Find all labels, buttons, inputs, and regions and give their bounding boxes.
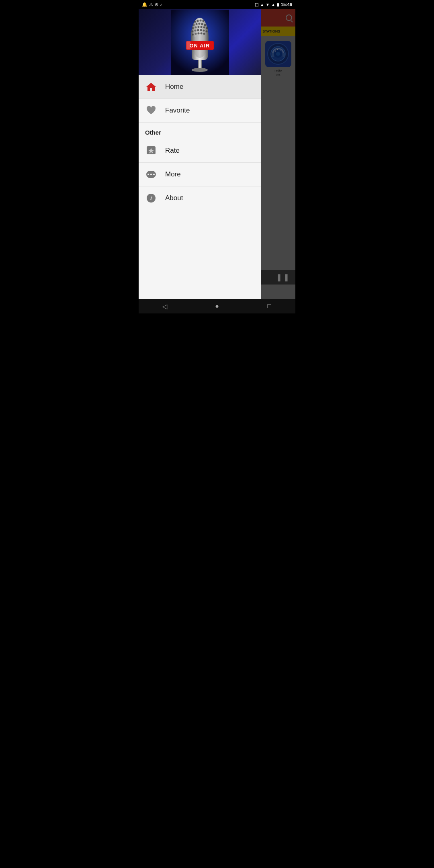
back-button[interactable]: ◁ (157, 299, 173, 313)
svg-point-44 (192, 23, 197, 37)
svg-point-20 (198, 23, 200, 25)
notification-icon: 🔔 (142, 2, 147, 7)
svg-marker-45 (146, 83, 156, 91)
svg-point-16 (199, 19, 201, 21)
status-bar-left: 🔔 ⚠ ⊙ ♪ (142, 2, 162, 7)
heart-icon (145, 104, 157, 117)
svg-point-28 (206, 27, 208, 29)
music-icon: ♪ (160, 2, 162, 7)
more-icon (145, 168, 157, 180)
svg-point-25 (197, 26, 199, 28)
svg-point-39 (203, 33, 205, 35)
svg-point-14 (194, 20, 196, 23)
recent-icon: □ (267, 303, 271, 310)
home-icon (145, 81, 157, 93)
nav-bar: ◁ ● □ (139, 299, 295, 313)
menu-item-about[interactable]: i About (139, 186, 261, 210)
network-icon: ▲ (271, 2, 275, 7)
info-icon: i (145, 192, 157, 204)
home-label: Home (165, 83, 183, 91)
favorite-label: Favorite (165, 106, 190, 115)
svg-text:ON AIR: ON AIR (189, 43, 210, 49)
svg-point-21 (201, 23, 203, 25)
recent-button[interactable]: □ (261, 299, 277, 313)
navigation-drawer: ON AIR Home (139, 9, 261, 299)
svg-point-11 (192, 68, 208, 72)
dim-overlay (261, 9, 295, 299)
status-bar: 🔔 ⚠ ⊙ ♪ ⬚ ▲ ▼ ▲ ▮ 15:46 (139, 0, 295, 9)
cast-icon: ⬚ (255, 2, 258, 7)
svg-point-31 (197, 29, 199, 31)
menu-item-favorite[interactable]: Favorite (139, 99, 261, 123)
svg-point-33 (203, 29, 205, 31)
back-icon: ◁ (162, 303, 167, 310)
rate-icon (145, 145, 157, 157)
drawer-header: ON AIR (139, 9, 261, 75)
camera-icon: ⊙ (155, 2, 158, 7)
status-bar-right: ⬚ ▲ ▼ ▲ ▮ 15:46 (255, 2, 292, 7)
svg-point-26 (200, 26, 202, 28)
section-other-header: Other (139, 123, 261, 139)
signal-icon: ▲ (260, 2, 264, 7)
svg-point-32 (200, 29, 202, 31)
svg-point-34 (205, 30, 207, 32)
warning-icon: ⚠ (149, 2, 153, 7)
home-button[interactable]: ● (209, 299, 225, 313)
main-container: STATIONS radio (139, 9, 295, 299)
more-label: More (165, 170, 181, 178)
svg-point-22 (204, 24, 206, 26)
menu-item-rate[interactable]: Rate (139, 139, 261, 163)
menu-item-home[interactable]: Home (139, 75, 261, 99)
rate-label: Rate (165, 147, 180, 155)
svg-point-27 (203, 26, 205, 28)
svg-point-17 (202, 20, 204, 22)
drawer-header-inner: ON AIR (139, 9, 261, 75)
battery-icon: ▮ (277, 2, 279, 7)
about-label: About (165, 194, 183, 202)
on-air-microphone-image: ON AIR (171, 10, 229, 75)
menu-item-more[interactable]: More (139, 163, 261, 186)
svg-point-37 (197, 32, 199, 34)
svg-point-38 (200, 32, 202, 34)
drawer-menu: Home Favorite Other (139, 75, 261, 299)
clock: 15:46 (281, 2, 292, 7)
svg-rect-43 (186, 41, 190, 49)
svg-point-15 (197, 20, 199, 22)
home-nav-icon: ● (215, 303, 219, 310)
wifi-icon: ▼ (266, 2, 270, 7)
